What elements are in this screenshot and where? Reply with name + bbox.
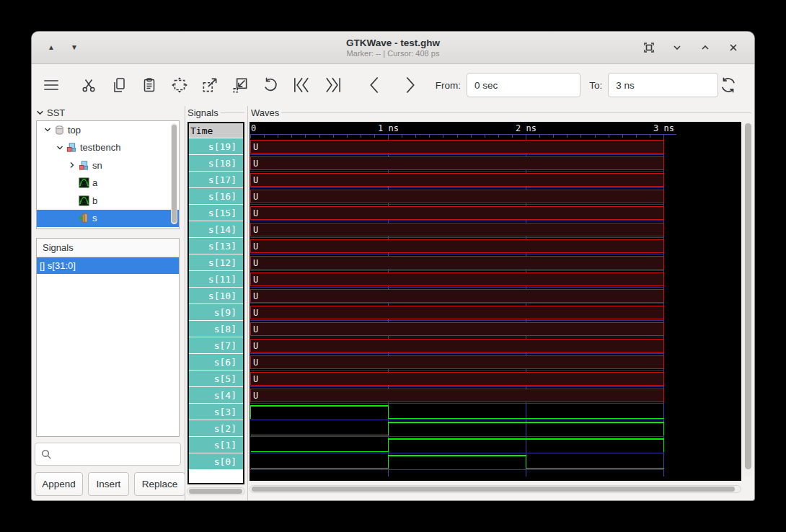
signal-name-cell[interactable]: s[8]	[189, 321, 243, 337]
zoom-out-button[interactable]	[231, 71, 250, 99]
maximize-button[interactable]	[697, 40, 713, 56]
signal-name-cell[interactable]: s[18]	[189, 155, 243, 172]
pan-down-button[interactable]: ▼	[71, 44, 78, 51]
tree-expander[interactable]	[67, 161, 77, 169]
port-icon	[78, 213, 89, 223]
signal-name-cell[interactable]: s[14]	[189, 221, 243, 238]
tree-item-label: testbench	[80, 142, 120, 153]
pan-up-button[interactable]: ▲	[48, 44, 55, 51]
svg-text:U: U	[253, 241, 258, 252]
tree-item-label: a	[92, 177, 97, 188]
skip-to-start-button[interactable]	[291, 71, 312, 99]
svg-text:U: U	[253, 374, 258, 384]
signal-name-cell[interactable]: s[11]	[189, 271, 243, 288]
signal-name-cell[interactable]: s[16]	[189, 188, 243, 205]
paste-button[interactable]	[140, 71, 159, 99]
insert-button[interactable]: Insert	[88, 472, 129, 496]
sst-expander[interactable]: SST	[32, 106, 185, 120]
signal-name-cell[interactable]: s[4]	[189, 387, 243, 404]
minimize-button[interactable]	[669, 40, 685, 56]
signal-name-cell[interactable]: s[19]	[189, 138, 243, 155]
waves-vscrollbar[interactable]	[744, 122, 752, 477]
signal-name-cell[interactable]: s[10]	[189, 288, 243, 304]
append-button[interactable]: Append	[35, 472, 83, 496]
reload-icon	[719, 76, 738, 94]
names-hscrollbar[interactable]	[187, 487, 245, 495]
reload-button[interactable]	[718, 71, 738, 99]
signal-name-cell[interactable]: s[1]	[189, 437, 243, 453]
shift-right-button[interactable]	[401, 71, 420, 99]
from-time-input[interactable]: 0 sec	[467, 73, 580, 97]
signal-name-cell[interactable]: s[5]	[189, 371, 243, 387]
undo-button[interactable]	[261, 71, 280, 99]
signal-names-pane: Signals Time s[19]s[18]s[17]s[16]s[15]s[…	[185, 106, 247, 500]
to-time-input[interactable]: 3 ns	[608, 73, 718, 97]
from-label: From:	[436, 80, 461, 91]
svg-text:U: U	[253, 192, 258, 202]
signal-list-item[interactable]: [] s[31:0]	[37, 257, 179, 274]
skip-start-icon	[291, 75, 312, 95]
signal-name-cell[interactable]: s[3]	[189, 404, 243, 420]
signal-search-input[interactable]	[35, 443, 181, 466]
signal-name-cell[interactable]: s[12]	[189, 254, 243, 271]
signal-name-cell[interactable]: s[9]	[189, 304, 243, 321]
signal-name-cell[interactable]: s[17]	[189, 172, 243, 188]
tree-item-sn[interactable]: sn	[37, 156, 179, 174]
zoom-fit-button[interactable]	[170, 71, 189, 99]
copy-icon	[110, 76, 128, 94]
signal-name-cell[interactable]: s[6]	[189, 354, 243, 371]
skip-end-icon	[323, 75, 343, 95]
svg-text:U: U	[253, 291, 258, 301]
svg-text:3 ns: 3 ns	[653, 123, 674, 133]
expander-expanded-icon	[56, 144, 63, 151]
tree-item-s[interactable]: s	[37, 210, 179, 228]
chevron-down-icon	[36, 109, 44, 117]
titlebar: ▲ ▼ GTKWave - test.ghw Marker: -- | Curs…	[32, 32, 754, 64]
replace-button[interactable]: Replace	[134, 472, 185, 496]
signal-name-cell[interactable]: s[0]	[189, 453, 243, 470]
tree-expander[interactable]	[55, 144, 65, 151]
wave-canvas[interactable]: UUUUUUUUUUUUUUUU01 ns2 ns3 ns	[250, 122, 741, 481]
signal-name-cell[interactable]: s[13]	[189, 238, 243, 254]
svg-text:U: U	[253, 324, 258, 334]
shift-left-button[interactable]	[365, 71, 384, 99]
action-buttons: Append Insert Replace	[35, 472, 185, 496]
marker-cursor-status: Marker: -- | Cursor: 408 ps	[347, 49, 440, 58]
tree-item-testbench[interactable]: testbench	[37, 139, 179, 157]
tree-item-a[interactable]: a	[37, 174, 179, 192]
signal-name-cell[interactable]: s[15]	[189, 205, 243, 221]
skip-to-end-button[interactable]	[323, 71, 343, 99]
tree-scrollbar[interactable]	[171, 123, 177, 224]
svg-text:U: U	[253, 275, 258, 285]
tree-item-label: top	[68, 125, 81, 136]
zoom-fit-icon	[170, 76, 189, 94]
menu-button[interactable]	[42, 71, 61, 99]
zoom-in-button[interactable]	[200, 71, 219, 99]
tree-item-top[interactable]: top	[37, 121, 179, 139]
sst-signals-frame: Signals [] s[31:0]	[36, 238, 180, 437]
signal-name-cell[interactable]: s[7]	[189, 337, 243, 354]
cut-icon	[80, 76, 97, 94]
fullscreen-button[interactable]	[641, 40, 657, 56]
chevron-up-icon	[700, 43, 710, 53]
tree-expander[interactable]	[43, 126, 53, 133]
tree-item-b[interactable]: b	[37, 192, 179, 210]
waves-hscrollbar[interactable]	[250, 485, 741, 493]
svg-text:1 ns: 1 ns	[378, 123, 399, 133]
cut-button[interactable]	[79, 71, 98, 99]
component-icon	[54, 125, 65, 136]
close-button[interactable]	[725, 40, 741, 56]
svg-text:U: U	[253, 208, 258, 218]
chevron-down-icon	[672, 43, 682, 53]
zoom-in-icon	[200, 76, 219, 94]
copy-button[interactable]	[110, 71, 128, 99]
svg-text:0: 0	[251, 123, 256, 133]
signal-name-cell[interactable]: s[2]	[189, 420, 243, 437]
fullscreen-icon	[643, 42, 655, 53]
svg-text:U: U	[253, 391, 258, 401]
svg-text:U: U	[253, 225, 258, 235]
svg-text:U: U	[253, 142, 258, 152]
svg-text:U: U	[253, 175, 258, 185]
signal-names-box: Time s[19]s[18]s[17]s[16]s[15]s[14]s[13]…	[187, 122, 244, 484]
sst-label: SST	[47, 107, 65, 118]
